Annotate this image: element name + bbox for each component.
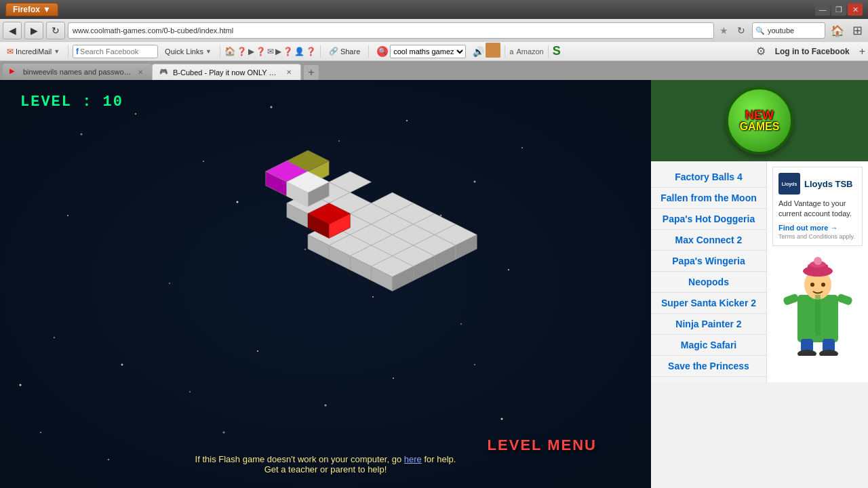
flash-help-link[interactable]: here [404, 454, 422, 464]
play-icon[interactable]: ▶ [248, 47, 254, 56]
lloyds-logo-text: Lloyds [782, 182, 797, 186]
block-group [266, 150, 477, 291]
tab-binweevils[interactable]: ▶ binweevils names and passwords - Y... … [3, 64, 152, 80]
incredimail-dropdown-arrow: ▼ [54, 48, 60, 55]
game-link-fallen-moon[interactable]: Fallen from the Moon [651, 188, 766, 209]
bookmark-star-icon[interactable]: ★ [717, 25, 730, 36]
user-avatar-img [486, 43, 500, 58]
facebook-icon: f [76, 47, 79, 56]
firefox-dropdown-arrow: ▼ [43, 5, 51, 14]
right-sidebar: NEW GAMES Factory Balls 4 Fallen from th… [651, 80, 868, 488]
title-bar: Firefox ▼ — ❐ ✕ [0, 0, 868, 19]
game-scene-svg[interactable] [0, 80, 651, 488]
lloyds-ad: Lloyds Lloyds TSB Add Vantage to your cu… [772, 167, 863, 246]
lloyds-logo: Lloyds [778, 173, 800, 195]
home-toolbar-icon[interactable]: 🏠 [224, 46, 235, 56]
svg-point-79 [814, 257, 822, 265]
mail-icon[interactable]: ✉ [267, 47, 274, 56]
url-text: www.coolmath-games.com/0-b-cubed/index.h… [73, 26, 233, 35]
question1-icon[interactable]: ❓ [237, 47, 247, 56]
close-button[interactable]: ✕ [848, 3, 863, 16]
separator-3 [320, 45, 321, 58]
window-controls: — ❐ ✕ [815, 3, 863, 16]
search-btn-icon: 🔍 [377, 46, 388, 57]
question3-icon[interactable]: ❓ [283, 47, 293, 56]
tab-close-bcubed[interactable]: ✕ [284, 68, 294, 77]
forward-button[interactable]: ▶ [24, 22, 43, 39]
skype-icon[interactable]: S [553, 44, 561, 58]
facebook-search-container: f [73, 45, 158, 58]
svg-point-87 [819, 350, 838, 356]
game-links-section: Factory Balls 4 Fallen from the Moon Pap… [651, 161, 766, 382]
game-link-magic-safari[interactable]: Magic Safari [651, 335, 766, 356]
facebook-search-input[interactable] [80, 47, 155, 56]
game-link-papas-doggeria[interactable]: Papa's Hot Doggeria [651, 209, 766, 230]
restore-button[interactable]: ❐ [831, 3, 846, 16]
refresh-button[interactable]: ↻ [46, 22, 65, 39]
incredimail-bookmark[interactable]: ✉ IncrediMail ▼ [3, 45, 64, 58]
minimize-button[interactable]: — [815, 3, 830, 16]
tab-close-binweevils[interactable]: ✕ [136, 67, 145, 77]
speaker-icon[interactable]: 🔊 [473, 46, 484, 57]
bank-name: Lloyds TSB [804, 179, 853, 189]
search-bookmark[interactable]: 🔍 cool maths gamez [373, 43, 470, 60]
amazon-icon: a [509, 47, 513, 56]
svg-rect-82 [783, 293, 800, 306]
flash-message: If this Flash game doesn't work on your … [0, 454, 651, 474]
share-label: Share [340, 47, 360, 56]
firefox-menu-button[interactable]: Firefox ▼ [5, 3, 58, 16]
sidebar-content: Factory Balls 4 Fallen from the Moon Pap… [651, 161, 868, 382]
flash-text-3: Get a teacher or parent to help! [0, 464, 651, 474]
user-avatar[interactable] [486, 43, 500, 60]
svg-point-80 [810, 283, 814, 287]
ad-cta-text: Find out more → [778, 224, 837, 232]
amazon-label[interactable]: Amazon [516, 47, 543, 56]
question2-icon[interactable]: ❓ [256, 47, 266, 56]
search-dropdown[interactable]: cool maths gamez [390, 45, 466, 58]
tabs-bar: ▶ binweevils names and passwords - Y... … [0, 61, 868, 80]
separator-1 [68, 45, 68, 58]
ad-terms: Terms and Conditions apply. [778, 233, 856, 240]
firefox-label: Firefox [13, 5, 40, 14]
game-link-max-connect[interactable]: Max Connect 2 [651, 230, 766, 251]
play2-icon[interactable]: ▶ [275, 47, 281, 56]
person-icon[interactable]: 👤 [294, 47, 304, 56]
address-bar[interactable]: www.coolmath-games.com/0-b-cubed/index.h… [68, 22, 714, 39]
settings-icon[interactable]: ⚙ [756, 45, 766, 58]
new-tab-button[interactable]: + [304, 65, 319, 80]
login-facebook-button[interactable]: Log in to Facebook [770, 47, 855, 56]
game-link-papas-wingeria[interactable]: Papa's Wingeria [651, 251, 766, 272]
separator-6 [548, 45, 549, 58]
share-bookmark[interactable]: 🔗 Share [325, 45, 364, 57]
advertisement-panel: Lloyds Lloyds TSB Add Vantage to your cu… [766, 161, 868, 382]
toolbar-icons: 🏠 ❓ ▶ ❓ ✉ ▶ ❓ 👤 ❓ [224, 46, 316, 56]
reload-icon[interactable]: ↻ [733, 22, 749, 39]
right-toolbar: ⚙ Log in to Facebook + [756, 45, 865, 58]
game-link-neopods[interactable]: Neopods [651, 272, 766, 293]
ad-cta-link[interactable]: Find out more → [778, 224, 856, 232]
game-link-santa-kicker[interactable]: Super Santa Kicker 2 [651, 293, 766, 314]
separator-4 [368, 45, 369, 58]
bookmarks-bar: ✉ IncrediMail ▼ f Quick Links ▼ 🏠 ❓ ▶ ❓ … [0, 42, 868, 61]
question4-icon[interactable]: ❓ [306, 47, 316, 56]
game-area[interactable]: LEVEL : 10 [0, 80, 651, 488]
game-link-ninja-painter[interactable]: Ninja Painter 2 [651, 314, 766, 335]
new-games-games-text: GAMES [740, 121, 780, 132]
tab-favicon-coolmath: 🎮 [159, 68, 169, 77]
browser-chrome: Firefox ▼ — ❐ ✕ ◀ ▶ ↻ www.coolmath-games… [0, 0, 868, 80]
add-toolbar-icon[interactable]: + [859, 45, 865, 58]
quick-links-bookmark[interactable]: Quick Links ▼ [161, 46, 216, 57]
tab-bcubed[interactable]: 🎮 B-Cubed - Play it now ONLY at Cool... … [152, 64, 301, 80]
game-link-factory-balls[interactable]: Factory Balls 4 [651, 167, 766, 188]
new-games-button[interactable]: NEW GAMES [726, 87, 793, 155]
home-button[interactable]: 🏠 [828, 24, 847, 37]
downloads-icon[interactable]: ⊞ [850, 23, 865, 38]
content-area: LEVEL : 10 [0, 80, 868, 488]
incredimail-label: IncrediMail [16, 47, 52, 56]
level-menu-button[interactable]: LEVEL MENU [488, 436, 597, 454]
back-button[interactable]: ◀ [3, 22, 22, 39]
search-input[interactable] [768, 26, 822, 35]
svg-point-86 [797, 350, 816, 356]
amazon-area: a Amazon [509, 47, 543, 56]
game-link-save-princess[interactable]: Save the Princess [651, 356, 766, 377]
